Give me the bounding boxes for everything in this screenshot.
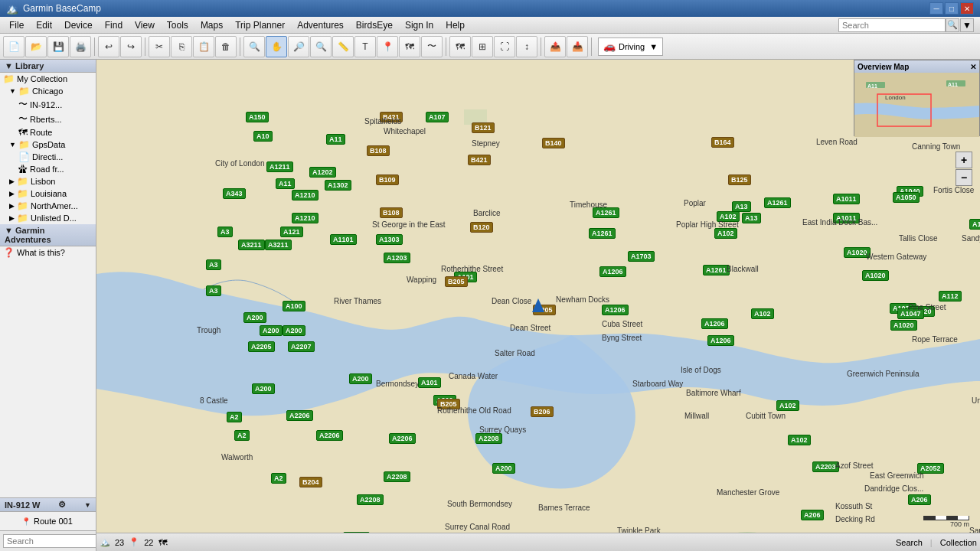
- sidebar: ▼ Library 📁 My Collection ▼ 📁 Chicago 〜 …: [0, 60, 96, 551]
- map-label-16: Poplar: [684, 199, 706, 207]
- map-label-37: Starboard Way: [632, 380, 683, 388]
- menu-birdseye[interactable]: BirdsEye: [350, 17, 399, 33]
- folder-chicago[interactable]: ▼ 📁 Chicago: [0, 85, 96, 97]
- tb-new[interactable]: 📄: [3, 36, 24, 57]
- map-label-0: City of London: [215, 159, 265, 168]
- menu-find[interactable]: Find: [99, 17, 129, 33]
- map-area[interactable]: A150A10A107B421A11A1202A1211A11A343A1210…: [96, 60, 980, 551]
- river-thames: [96, 60, 980, 551]
- tb-cut[interactable]: ✂: [149, 36, 170, 57]
- overview-close-button[interactable]: ✕: [970, 63, 976, 71]
- menu-signin[interactable]: Sign In: [399, 17, 439, 33]
- road-sign-a2208: A2208: [384, 471, 410, 482]
- tb-view-split[interactable]: ⊞: [472, 36, 493, 57]
- road-sign-a200: A200: [283, 325, 305, 336]
- menu-device[interactable]: Device: [58, 17, 99, 33]
- folder-gpsdata[interactable]: ▼ 📁 GpsData: [0, 139, 96, 151]
- driving-dropdown[interactable]: 🚗 Driving ▼: [598, 37, 663, 56]
- tb-measure[interactable]: 📏: [332, 36, 354, 57]
- map-label-40: Rope Terrace: [912, 335, 958, 344]
- tb-send-device[interactable]: 📤: [544, 36, 566, 57]
- road-sign-a102: A102: [776, 400, 799, 411]
- tb-fullscreen[interactable]: ⛶: [494, 36, 515, 57]
- map-label-4: Rotherhithe Street: [441, 265, 503, 273]
- road-sign-b108: B108: [367, 145, 390, 156]
- search-label: Search: [896, 538, 923, 547]
- zoom-out-button[interactable]: −: [956, 169, 972, 186]
- gear-icon[interactable]: ⚙: [58, 500, 66, 510]
- folder-louisiana[interactable]: ▶ 📁 Louisiana: [0, 187, 96, 200]
- menu-search-input[interactable]: [838, 18, 946, 32]
- tb-receive-device[interactable]: 📥: [567, 36, 588, 57]
- menu-adventures[interactable]: Adventures: [291, 17, 350, 33]
- track-rberts[interactable]: 〜 Rberts...: [0, 112, 96, 126]
- road-sign-a3: A3: [217, 227, 233, 237]
- road-sign-a112: A112: [939, 291, 962, 302]
- tb-zoom-out[interactable]: 🔍: [310, 36, 332, 57]
- tb-print[interactable]: 🖨️: [70, 36, 91, 57]
- what-is-this[interactable]: ❓ What is this?: [0, 246, 96, 259]
- tb-save[interactable]: 💾: [47, 36, 69, 57]
- road-sign-a11: A11: [276, 178, 295, 189]
- menu-view[interactable]: View: [129, 17, 161, 33]
- tb-copy[interactable]: ⎘: [171, 36, 192, 57]
- tb-zoom-in[interactable]: 🔎: [288, 36, 309, 57]
- map-label-27: St George in the East: [372, 220, 446, 229]
- menu-help[interactable]: Help: [439, 17, 471, 33]
- item-directi[interactable]: 📄 Directi...: [0, 151, 96, 163]
- folder-northamer[interactable]: ▶ 📁 NorthAmer...: [0, 200, 96, 212]
- road-sign-a200: A200: [433, 395, 456, 406]
- road-sign-a2208: A2208: [475, 433, 502, 444]
- menu-search-dropdown[interactable]: ▼: [960, 18, 974, 32]
- road-sign-a1020: A1020: [890, 303, 916, 314]
- tb-find[interactable]: 🔍: [243, 36, 265, 57]
- item-roadfr[interactable]: 🛣 Road fr...: [0, 163, 96, 175]
- menu-file[interactable]: File: [3, 17, 30, 33]
- tb-view-map[interactable]: 🗺: [449, 36, 471, 57]
- tb-text[interactable]: T: [354, 36, 376, 57]
- route-chicago[interactable]: 🗺 Route: [0, 126, 96, 139]
- menu-search-button[interactable]: 🔍: [946, 18, 959, 32]
- zoom-in-button[interactable]: +: [956, 152, 972, 168]
- menu-edit[interactable]: Edit: [30, 17, 58, 33]
- minimize-button[interactable]: ─: [929, 2, 943, 15]
- road-sign-a1203: A1203: [384, 253, 410, 263]
- road-sign-a3211: A3211: [265, 240, 292, 250]
- tb-sync[interactable]: ↕: [516, 36, 537, 57]
- road-sign-b108: B108: [380, 207, 403, 218]
- road-sign-a10: A10: [253, 131, 273, 142]
- route-001[interactable]: 📍 Route 001: [0, 515, 96, 527]
- search-input[interactable]: [3, 534, 96, 548]
- main-area: ▼ Library 📁 My Collection ▼ 📁 Chicago 〜 …: [0, 60, 980, 551]
- close-button[interactable]: ✕: [960, 2, 974, 15]
- svg-rect-2: [464, 109, 487, 125]
- menu-trip-planner[interactable]: Trip Planner: [229, 17, 291, 33]
- tb-open[interactable]: 📂: [25, 36, 47, 57]
- tb-track[interactable]: 〜: [421, 36, 443, 57]
- track-in912[interactable]: 〜 IN-912...: [0, 97, 96, 112]
- tb-route[interactable]: 🗺: [399, 36, 420, 57]
- my-collection[interactable]: 📁 My Collection: [0, 73, 96, 85]
- detail-panel-header[interactable]: IN-912 W ⚙ ▼: [0, 498, 96, 512]
- road-sign-a200: A200: [349, 373, 372, 384]
- road-sign-b205: B205: [533, 305, 556, 315]
- tb-delete[interactable]: 🗑: [215, 36, 237, 57]
- library-header[interactable]: ▼ Library: [0, 60, 96, 73]
- road-sign-a1011: A1011: [833, 194, 860, 204]
- maximize-button[interactable]: □: [945, 2, 959, 15]
- road-sign-a2: A2: [234, 430, 250, 441]
- tb-paste[interactable]: 📋: [193, 36, 214, 57]
- road-sign-b421: B421: [380, 112, 403, 122]
- map-canvas: A150A10A107B421A11A1202A1211A11A343A1210…: [96, 60, 980, 551]
- folder-lisbon[interactable]: ▶ 📁 Lisbon: [0, 175, 96, 187]
- folder-unlisted[interactable]: ▶ 📁 Unlisted D...: [0, 212, 96, 224]
- menu-maps[interactable]: Maps: [194, 17, 229, 33]
- menu-tools[interactable]: Tools: [161, 17, 194, 33]
- road-sign-a1206: A1206: [701, 318, 728, 329]
- status-count-1: 23: [115, 538, 124, 547]
- tb-redo[interactable]: ↪: [120, 36, 142, 57]
- tb-waypoint[interactable]: 📍: [377, 36, 398, 57]
- tb-hand[interactable]: ✋: [266, 36, 287, 57]
- adventures-header[interactable]: ▼ Garmin Adventures: [0, 224, 96, 246]
- tb-undo[interactable]: ↩: [98, 36, 119, 57]
